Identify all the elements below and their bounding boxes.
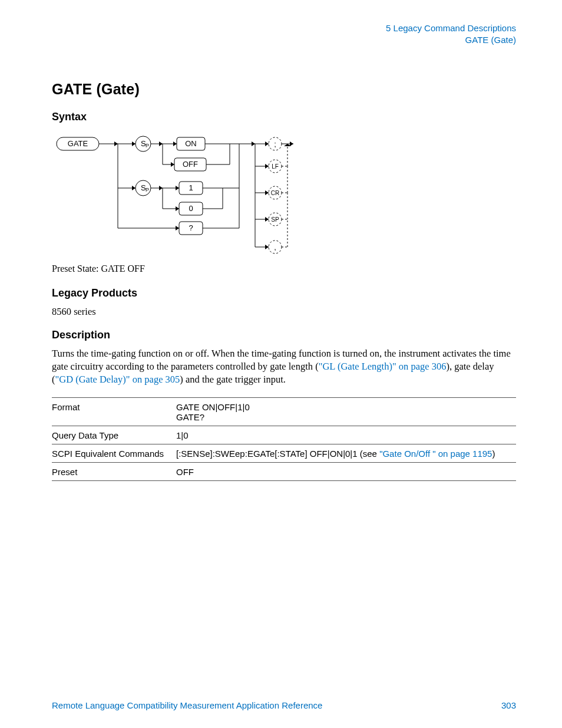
svg-marker-73 (265, 190, 269, 195)
svg-marker-10 (159, 141, 163, 146)
svg-marker-57 (265, 141, 269, 146)
table-row: Format GATE ON|OFF|1|0 GATE? (52, 397, 516, 426)
legacy-body: 8560 series (52, 305, 516, 318)
svg-marker-40 (176, 206, 179, 211)
svg-marker-64 (290, 141, 293, 146)
legacy-heading: Legacy Products (52, 287, 516, 299)
svg-marker-32 (159, 186, 163, 190)
row-value: [:SENSe]:SWEep:EGATe[:STATe] OFF|ON|0|1 … (176, 444, 516, 462)
desc-text-3: ) and the gate trigger input. (180, 374, 286, 385)
table-row: Preset OFF (52, 462, 516, 480)
description-body: Turns the time-gating function on or off… (52, 347, 516, 387)
row-label: Preset (52, 462, 176, 480)
svg-text:,: , (274, 243, 276, 252)
syntax-heading: Syntax (52, 111, 516, 123)
svg-text:OFF: OFF (183, 160, 198, 169)
table-row: SCPI Equivalent Commands [:SENSe]:SWEep:… (52, 444, 516, 462)
row-value: 1|0 (176, 426, 516, 444)
svg-text:LF: LF (272, 163, 279, 170)
svg-text:GATE: GATE (68, 139, 88, 148)
svg-text:P: P (146, 187, 149, 193)
svg-text:SP: SP (271, 216, 279, 223)
link-gl-gate-length[interactable]: "GL (Gate Length)" on page 306 (319, 361, 447, 372)
header-section: GATE (Gate) (52, 34, 516, 46)
description-heading: Description (52, 329, 516, 341)
svg-marker-27 (132, 186, 135, 190)
syntax-diagram: GATE S P ON OFF (52, 129, 293, 259)
svg-marker-85 (265, 245, 269, 249)
spec-table: Format GATE ON|OFF|1|0 GATE? Query Data … (52, 397, 516, 481)
svg-marker-79 (265, 217, 269, 222)
link-gd-gate-delay[interactable]: "GD (Gate Delay)" on page 305 (55, 374, 180, 385)
row-label: Format (52, 397, 176, 426)
header-chapter: 5 Legacy Command Descriptions (52, 22, 516, 34)
footer-doc-title: Remote Language Compatibility Measuremen… (52, 700, 322, 710)
svg-marker-34 (176, 186, 179, 190)
svg-marker-19 (171, 162, 174, 167)
svg-text:ON: ON (185, 139, 197, 148)
svg-marker-5 (132, 141, 135, 146)
svg-text:CR: CR (271, 190, 279, 196)
row-label: Query Data Type (52, 426, 176, 444)
row-value: GATE ON|OFF|1|0 GATE? (176, 397, 516, 426)
preset-state: Preset State: GATE OFF (52, 263, 516, 274)
svg-marker-12 (173, 141, 177, 146)
svg-marker-3 (114, 141, 118, 146)
svg-marker-55 (252, 141, 255, 146)
svg-text:;: ; (274, 140, 276, 149)
svg-marker-67 (265, 164, 269, 169)
svg-marker-49 (176, 226, 179, 230)
svg-text:0: 0 (189, 204, 193, 213)
row-value: OFF (176, 462, 516, 480)
page-title: GATE (Gate) (52, 81, 516, 98)
footer-page-number: 303 (501, 700, 516, 710)
link-gate-onoff[interactable]: "Gate On/Off " on page 1195 (379, 449, 492, 459)
page-footer: Remote Language Compatibility Measuremen… (52, 700, 516, 710)
page-header: 5 Legacy Command Descriptions GATE (Gate… (52, 22, 516, 47)
table-row: Query Data Type 1|0 (52, 426, 516, 444)
row-label: SCPI Equivalent Commands (52, 444, 176, 462)
svg-text:P: P (146, 143, 149, 149)
svg-text:1: 1 (189, 183, 193, 192)
svg-text:?: ? (189, 223, 193, 232)
